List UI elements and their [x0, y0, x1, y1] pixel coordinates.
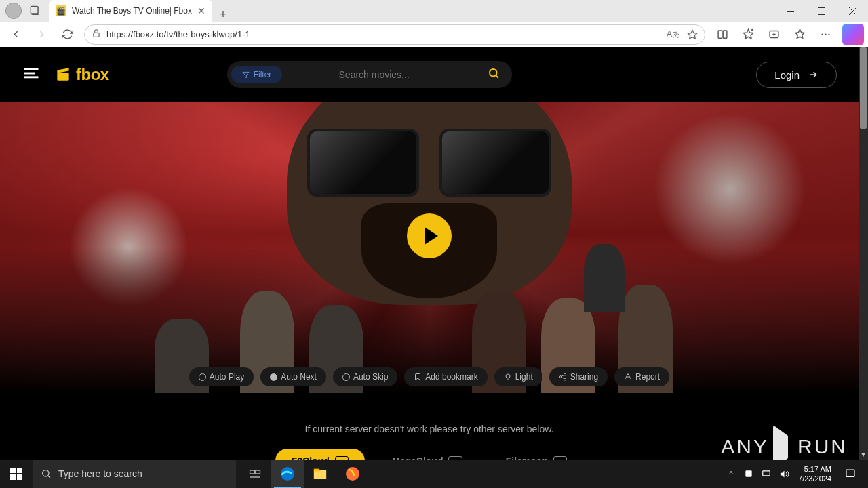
copilot-icon[interactable] — [842, 24, 864, 45]
login-button[interactable]: Login — [756, 62, 837, 88]
svg-rect-8 — [718, 30, 722, 38]
address-bar[interactable]: https://fboxz.to/tv/the-boys-klwqp/1-1 A… — [84, 24, 705, 45]
play-button[interactable] — [407, 214, 452, 258]
svg-point-27 — [506, 374, 510, 378]
bookmark-icon — [414, 373, 422, 381]
notifications-icon[interactable] — [837, 468, 864, 480]
login-label: Login — [774, 69, 800, 81]
server-megacloud-button[interactable]: MegaCloudcc — [376, 449, 479, 460]
task-view-icon[interactable] — [239, 460, 271, 488]
svg-rect-6 — [94, 33, 99, 37]
site-logo[interactable]: fbox — [54, 65, 109, 84]
taskbar-search[interactable]: Type here to search — [33, 460, 236, 488]
page-scrollbar[interactable]: ▲ ▼ — [859, 47, 868, 460]
svg-point-30 — [559, 376, 561, 378]
search-box[interactable]: Filter — [227, 61, 512, 88]
svg-rect-1 — [31, 6, 38, 14]
explorer-app-icon[interactable] — [304, 460, 336, 488]
reader-mode-icon[interactable]: Aあ — [667, 28, 680, 40]
scroll-thumb[interactable] — [860, 47, 867, 129]
minimize-button[interactable] — [774, 0, 806, 22]
scroll-down-icon[interactable]: ▼ — [859, 450, 868, 460]
site-header: fbox Filter Login — [0, 47, 859, 102]
url-text: https://fboxz.to/tv/the-boys-klwqp/1-1 — [106, 29, 250, 39]
search-wrap: Filter — [252, 61, 512, 88]
address-actions: Aあ — [667, 28, 698, 40]
player-controls: Auto Play Auto Next Auto Skip Add bookma… — [0, 367, 859, 386]
collections-icon[interactable] — [762, 23, 785, 46]
favorite-icon[interactable] — [687, 28, 698, 40]
taskbar-clock[interactable]: 5:17 AM 7/23/2024 — [793, 464, 837, 484]
new-tab-button[interactable]: + — [212, 7, 234, 22]
hero-sunglasses-graphic — [307, 129, 551, 203]
play-triangle-icon — [773, 436, 793, 458]
browser-titlebar: 🎬 Watch The Boys TV Online| Fbox ✕ + — [0, 0, 868, 22]
tray-expand-icon[interactable]: ^ — [722, 469, 740, 479]
server-message: If current server doesn't work please tr… — [0, 424, 859, 434]
report-button[interactable]: Report — [614, 367, 669, 386]
maximize-button[interactable] — [806, 0, 837, 22]
warning-icon — [624, 373, 632, 381]
lightbulb-icon — [504, 373, 512, 381]
tray-network-icon[interactable] — [757, 469, 775, 479]
browser-toolbar: https://fboxz.to/tv/the-boys-klwqp/1-1 A… — [0, 22, 868, 47]
sharing-button[interactable]: Sharing — [549, 367, 608, 386]
auto-play-label: Auto Play — [210, 372, 244, 382]
report-label: Report — [635, 372, 660, 382]
radio-on-icon — [270, 373, 277, 381]
svg-rect-41 — [314, 470, 326, 479]
start-button[interactable] — [0, 460, 33, 488]
close-tab-icon[interactable]: ✕ — [197, 5, 205, 16]
split-screen-icon[interactable] — [711, 23, 734, 46]
firefox-app-icon[interactable] — [336, 460, 369, 488]
server-filemoon-button[interactable]: Filemooncc — [490, 449, 583, 460]
back-button[interactable] — [4, 23, 27, 46]
window-controls — [774, 0, 868, 22]
radio-off-icon — [199, 373, 206, 381]
filter-label: Filter — [254, 70, 272, 79]
forward-button — [30, 23, 53, 46]
search-icon[interactable] — [488, 67, 500, 82]
taskbar-search-placeholder: Type here to search — [58, 468, 142, 479]
svg-marker-23 — [243, 72, 249, 77]
svg-point-17 — [825, 33, 826, 35]
auto-next-toggle[interactable]: Auto Next — [260, 367, 326, 386]
hero-character-graphic — [584, 244, 625, 312]
tab-strip: 🎬 Watch The Boys TV Online| Fbox ✕ + — [49, 0, 774, 22]
share-icon — [559, 373, 567, 381]
tab-active[interactable]: 🎬 Watch The Boys TV Online| Fbox ✕ — [49, 0, 212, 22]
tray-volume-icon[interactable] — [775, 469, 793, 479]
page-viewport: fbox Filter Login — [0, 47, 868, 460]
auto-play-toggle[interactable]: Auto Play — [189, 367, 254, 386]
menu-icon[interactable] — [814, 23, 837, 46]
profile-icon[interactable] — [5, 3, 22, 19]
taskbar-apps — [239, 460, 369, 488]
add-bookmark-button[interactable]: Add bookmark — [404, 367, 487, 386]
logo-text: fbox — [76, 65, 109, 84]
tab-actions-icon[interactable] — [26, 1, 45, 20]
watermark-left: ANY — [721, 435, 769, 458]
extensions-icon[interactable] — [788, 23, 811, 46]
svg-point-16 — [821, 33, 823, 35]
refresh-button[interactable] — [56, 23, 79, 46]
light-toggle[interactable]: Light — [494, 367, 542, 386]
server-f2cloud-button[interactable]: F2Cloudcc — [275, 449, 365, 460]
favorites-icon[interactable] — [736, 23, 760, 46]
tray-security-icon[interactable] — [740, 469, 757, 479]
edge-app-icon[interactable] — [271, 460, 304, 488]
radio-off-icon — [342, 373, 350, 381]
svg-rect-3 — [818, 7, 825, 14]
auto-next-label: Auto Next — [281, 372, 317, 382]
svg-point-24 — [490, 69, 497, 77]
auto-skip-toggle[interactable]: Auto Skip — [333, 367, 397, 386]
svg-point-31 — [564, 378, 566, 380]
anyrun-watermark: ANY RUN — [721, 435, 848, 458]
hamburger-menu-icon[interactable] — [22, 64, 41, 85]
svg-rect-38 — [256, 470, 260, 474]
svg-rect-45 — [763, 471, 770, 476]
clock-date: 7/23/2024 — [798, 474, 831, 483]
filter-button[interactable]: Filter — [231, 66, 283, 83]
svg-point-18 — [828, 33, 829, 35]
search-input[interactable] — [261, 69, 488, 80]
close-window-button[interactable] — [837, 0, 868, 22]
